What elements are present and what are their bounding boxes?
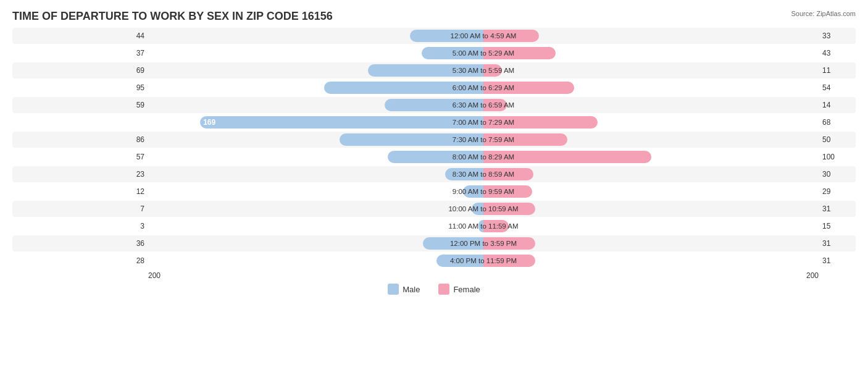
table-row: 311:00 AM to 11:59 AM15: [12, 218, 856, 234]
female-value: 31: [819, 239, 856, 248]
male-bar: [472, 203, 483, 215]
male-bar: [340, 133, 483, 146]
male-value: 28: [12, 256, 148, 265]
male-value: 59: [12, 101, 148, 109]
table-row: 7:00 AM to 7:29 AM16968: [12, 114, 856, 130]
female-value: 43: [819, 49, 856, 57]
female-value: 31: [819, 205, 856, 213]
legend-female: Female: [438, 284, 480, 295]
chart-title: TIME OF DEPARTURE TO WORK BY SEX IN ZIP …: [12, 10, 856, 23]
male-bar: [422, 47, 483, 59]
male-legend-label: Male: [403, 285, 420, 294]
table-row: 4412:00 AM to 4:59 AM33: [12, 28, 856, 44]
male-bar-wrap: [368, 64, 483, 77]
female-bar: [483, 64, 502, 77]
male-bar: [388, 151, 483, 163]
female-bar-wrap: [483, 237, 535, 250]
male-bar-wrap: [472, 203, 483, 215]
male-bar: [478, 220, 483, 232]
bars-center: 9:00 AM to 9:59 AM: [148, 184, 819, 200]
male-bar-wrap: [423, 237, 483, 250]
male-value: 3: [12, 222, 148, 230]
male-bar: [463, 185, 483, 198]
bars-center: 7:00 AM to 7:29 AM169: [148, 114, 819, 130]
axis-labels: 200 200: [12, 271, 856, 280]
female-bar-wrap: [483, 185, 532, 198]
table-row: 596:30 AM to 6:59 AM14: [12, 97, 856, 113]
bars-center: 5:30 AM to 5:59 AM: [148, 62, 819, 78]
male-bar: [368, 64, 483, 77]
female-bar: [483, 237, 535, 250]
table-row: 284:00 PM to 11:59 PM31: [12, 253, 856, 269]
legend-male: Male: [388, 284, 420, 295]
male-bar-wrap: [324, 82, 483, 94]
female-bar-wrap: [483, 82, 574, 94]
male-value: 37: [12, 49, 148, 57]
male-bar: [385, 99, 483, 111]
female-bar: [483, 255, 535, 267]
bars-center: 8:00 AM to 8:29 AM: [148, 149, 819, 165]
bars-center: 4:00 PM to 11:59 PM: [148, 253, 819, 269]
table-row: 695:30 AM to 5:59 AM11: [12, 62, 856, 78]
male-bar-wrap: [436, 255, 483, 267]
female-bar: [483, 116, 598, 129]
female-bar: [483, 203, 535, 215]
table-row: 956:00 AM to 6:29 AM54: [12, 80, 856, 96]
female-legend-box: [438, 284, 449, 295]
female-bar-wrap: [483, 47, 556, 59]
female-value: 68: [819, 118, 856, 127]
male-bar-wrap: [388, 151, 483, 163]
female-bar-wrap: [483, 203, 535, 215]
table-row: 238:30 AM to 8:59 AM30: [12, 166, 856, 182]
female-bar: [483, 30, 539, 42]
axis-right: 200: [806, 271, 819, 280]
female-value: 31: [819, 256, 856, 265]
male-bar-wrap: 169: [200, 116, 483, 129]
female-bar-wrap: [483, 64, 502, 77]
bars-center: 8:30 AM to 8:59 AM: [148, 166, 819, 182]
bars-center: 7:30 AM to 7:59 AM: [148, 132, 819, 148]
table-row: 578:00 AM to 8:29 AM100: [12, 149, 856, 165]
female-value: 29: [819, 187, 856, 196]
male-value: 86: [12, 135, 148, 144]
male-bar-wrap: [478, 220, 483, 232]
female-bar: [483, 133, 567, 146]
female-value: 11: [819, 66, 856, 75]
bars-center: 6:30 AM to 6:59 AM: [148, 97, 819, 113]
table-row: 867:30 AM to 7:59 AM50: [12, 132, 856, 148]
female-value: 50: [819, 135, 856, 144]
male-value: 36: [12, 239, 148, 248]
table-row: 375:00 AM to 5:29 AM43: [12, 45, 856, 61]
male-value: 69: [12, 66, 148, 75]
source-text: Source: ZipAtlas.com: [791, 10, 856, 17]
female-bar-wrap: [483, 168, 533, 180]
male-value: 23: [12, 170, 148, 179]
female-value: 54: [819, 83, 856, 92]
male-value: 95: [12, 83, 148, 92]
male-value: 57: [12, 153, 148, 161]
table-row: 710:00 AM to 10:59 AM31: [12, 201, 856, 217]
female-bar: [483, 220, 509, 232]
male-bar-wrap: [422, 47, 483, 59]
chart-container: TIME OF DEPARTURE TO WORK BY SEX IN ZIP …: [0, 0, 868, 367]
female-value: 33: [819, 32, 856, 40]
female-bar: [483, 185, 532, 198]
female-bar-wrap: [483, 99, 507, 111]
female-value: 100: [819, 153, 856, 161]
male-bar: [436, 255, 483, 267]
male-legend-box: [388, 284, 399, 295]
legend: Male Female: [12, 284, 856, 295]
chart-area: 4412:00 AM to 4:59 AM33375:00 AM to 5:29…: [12, 28, 856, 269]
female-value: 15: [819, 222, 856, 230]
male-bar-wrap: [340, 133, 483, 146]
table-row: 3612:00 PM to 3:59 PM31: [12, 235, 856, 251]
male-bar-wrap: [445, 168, 483, 180]
bars-center: 12:00 AM to 4:59 AM: [148, 28, 819, 44]
bars-center: 11:00 AM to 11:59 AM: [148, 218, 819, 234]
male-value: 44: [12, 32, 148, 40]
male-bar: [324, 82, 483, 94]
axis-left: 200: [148, 271, 161, 280]
female-bar: [483, 47, 556, 59]
male-bar: [410, 30, 483, 42]
male-bar: [445, 168, 483, 180]
